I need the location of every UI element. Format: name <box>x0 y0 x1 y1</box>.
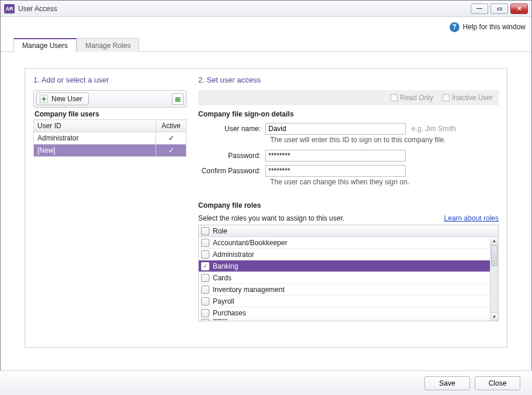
scroll-thumb[interactable] <box>491 245 498 266</box>
role-row[interactable]: Inventory management <box>199 284 490 296</box>
minimize-button[interactable]: — <box>471 4 488 14</box>
role-row[interactable]: Sales <box>199 319 490 321</box>
maximize-button[interactable]: ▭ <box>490 4 508 14</box>
users-col-userid[interactable]: User ID <box>34 120 156 132</box>
window-title: User Access <box>18 5 57 13</box>
role-name: Cards <box>213 274 232 282</box>
checkbox-icon <box>391 94 398 101</box>
roles-heading: Company file roles <box>198 201 499 209</box>
role-checkbox[interactable] <box>201 250 209 259</box>
new-user-button[interactable]: + New User <box>36 92 89 105</box>
read-only-checkbox[interactable]: Read Only <box>391 94 433 102</box>
scroll-up-arrow-icon[interactable]: ▲ <box>490 237 498 245</box>
read-only-label: Read Only <box>400 94 433 102</box>
role-checkbox[interactable] <box>201 286 209 294</box>
username-hint: The user will enter this ID to sign on t… <box>270 136 499 144</box>
role-name: Banking <box>213 262 238 270</box>
access-flags-bar: Read Only Inactive User <box>198 90 499 105</box>
topbar: ? Help for this window <box>1 17 531 37</box>
username-input[interactable] <box>265 123 406 135</box>
close-button[interactable]: Close <box>475 376 520 390</box>
user-active-cell: ✓ <box>156 145 186 157</box>
role-checkbox[interactable] <box>201 274 209 282</box>
users-panel-title: Company file users <box>34 110 192 118</box>
inactive-user-label: Inactive User <box>452 94 493 102</box>
users-row[interactable]: Administrator ✓ <box>34 132 186 145</box>
close-window-button[interactable]: ✕ <box>510 4 528 14</box>
users-table: User ID Active Administrator ✓ [New] ✓ <box>33 119 186 157</box>
users-row[interactable]: [New] ✓ <box>34 145 186 157</box>
password-label: Password: <box>198 152 265 160</box>
roles-listbox: Role Accountant/Bookkeeper Administrator <box>198 225 499 321</box>
help-icon: ? <box>450 22 460 32</box>
signon-heading: Company file sign-on details <box>198 110 499 118</box>
tab-manage-roles[interactable]: Manage Roles <box>77 38 139 52</box>
role-name: Administrator <box>213 250 254 259</box>
password-input[interactable] <box>265 150 406 162</box>
role-name: Purchases <box>213 309 246 317</box>
footer: Save Close <box>0 370 532 395</box>
roles-header-checkbox[interactable] <box>201 227 209 235</box>
username-example: e.g. Jim Smith <box>412 125 456 133</box>
section-heading-set-access: 2. Set user access <box>198 75 499 84</box>
role-checkbox[interactable] <box>201 297 209 305</box>
username-label: User name: <box>198 125 265 133</box>
learn-about-roles-link[interactable]: Learn about roles <box>444 214 499 222</box>
user-list-options-button[interactable]: ▦ <box>172 93 184 105</box>
titlebar: AR User Access — ▭ ✕ <box>1 1 531 17</box>
roles-subtext: Select the roles you want to assign to t… <box>198 214 344 222</box>
roles-scrollbar[interactable]: ▲ ▼ <box>490 237 498 321</box>
role-row[interactable]: ✓ Banking <box>199 260 490 272</box>
section-heading-add-select: 1. Add or select a user <box>33 75 192 84</box>
user-toolbar: + New User ▦ <box>33 90 186 108</box>
role-row[interactable]: Administrator <box>199 249 490 260</box>
role-checkbox[interactable]: ✓ <box>201 262 209 270</box>
tab-manage-users[interactable]: Manage Users <box>13 38 77 52</box>
role-row[interactable]: Payroll <box>199 296 490 307</box>
inactive-user-checkbox[interactable]: Inactive User <box>443 94 493 102</box>
confirm-password-input[interactable] <box>265 165 406 177</box>
roles-header-row: Role <box>199 225 498 237</box>
role-checkbox[interactable] <box>201 319 209 321</box>
role-name: Payroll <box>213 297 234 305</box>
new-user-label: New User <box>51 95 82 103</box>
role-row[interactable]: Cards <box>199 272 490 284</box>
help-link-label: Help for this window <box>463 23 526 31</box>
tabstrip: Manage Users Manage Roles <box>1 37 531 52</box>
roles-col-role: Role <box>213 227 227 235</box>
app-badge-icon: AR <box>4 4 15 13</box>
help-link[interactable]: ? Help for this window <box>450 22 526 32</box>
role-name: Inventory management <box>213 286 285 294</box>
role-checkbox[interactable] <box>201 309 209 317</box>
users-col-active[interactable]: Active <box>156 120 186 132</box>
save-button[interactable]: Save <box>424 376 470 390</box>
user-id-cell: Administrator <box>34 132 156 145</box>
plus-icon: + <box>40 95 48 103</box>
role-name: Accountant/Bookkeeper <box>213 239 287 247</box>
password-hint: The user can change this when they sign … <box>270 178 499 186</box>
scroll-down-arrow-icon[interactable]: ▼ <box>490 312 498 321</box>
checkbox-icon <box>443 94 450 101</box>
role-checkbox[interactable] <box>201 239 209 247</box>
role-row[interactable]: Purchases <box>199 307 490 319</box>
role-name: Sales <box>213 319 227 321</box>
confirm-password-label: Confirm Password: <box>198 167 265 175</box>
role-row[interactable]: Accountant/Bookkeeper <box>199 237 490 249</box>
user-active-cell: ✓ <box>156 132 186 145</box>
user-id-cell: [New] <box>34 145 156 157</box>
